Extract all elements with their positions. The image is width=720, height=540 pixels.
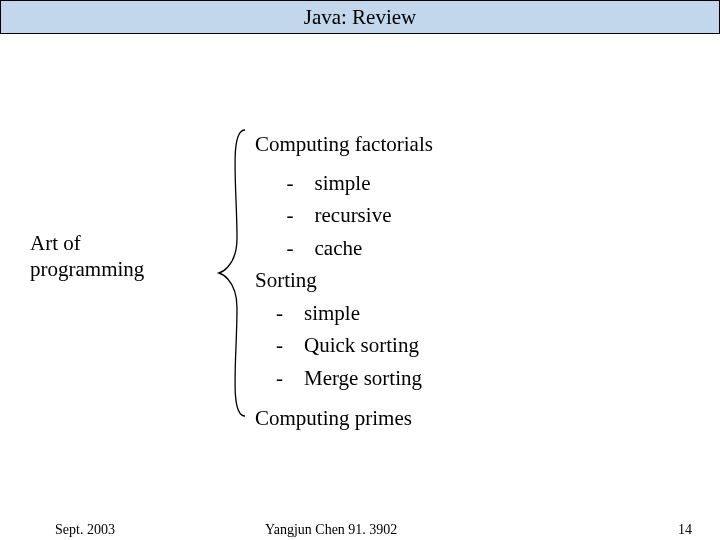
footer-date: Sept. 2003 [55, 522, 115, 538]
title-bar: Java: Review [0, 0, 720, 34]
left-topic-line1: Art of [30, 230, 144, 256]
heading-factorials: Computing factorials [255, 128, 433, 161]
list-item: - cache [255, 232, 433, 265]
list-item: - simple [255, 167, 433, 200]
slide-title: Java: Review [304, 5, 417, 30]
page-number: 14 [678, 522, 692, 538]
heading-primes: Computing primes [255, 402, 433, 435]
content-block: Computing factorials - simple - recursiv… [255, 128, 433, 435]
list-item: - simple [255, 297, 433, 330]
list-item: - recursive [255, 199, 433, 232]
left-topic-label: Art of programming [30, 230, 144, 283]
left-topic-line2: programming [30, 256, 144, 282]
sorting-label: Sorting [255, 264, 433, 297]
list-item: - Merge sorting [255, 362, 433, 395]
list-item: - Quick sorting [255, 329, 433, 362]
curly-brace-icon [215, 128, 249, 418]
footer-author: Yangjun Chen 91. 3902 [265, 522, 397, 538]
